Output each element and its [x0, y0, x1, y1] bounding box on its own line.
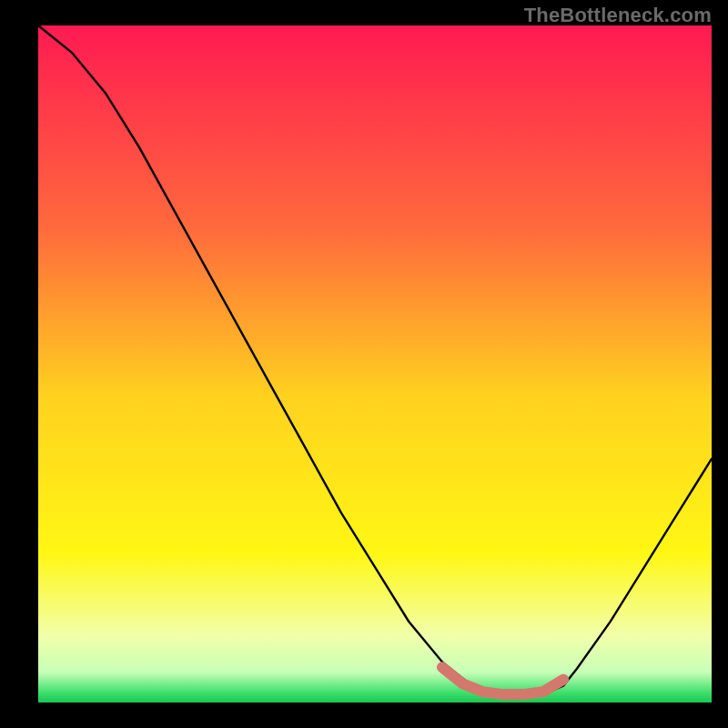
gradient-background: [38, 25, 712, 703]
chart-frame: { "watermark": "TheBottleneck.com", "cha…: [0, 0, 728, 728]
bottleneck-chart: [0, 0, 728, 728]
